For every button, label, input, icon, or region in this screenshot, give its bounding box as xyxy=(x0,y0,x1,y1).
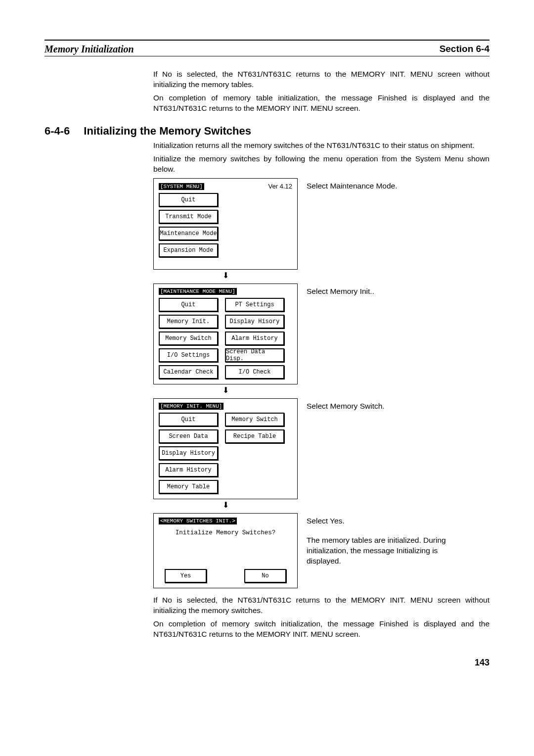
no-button[interactable]: No xyxy=(244,569,286,583)
panel3-cols: Quit Screen Data Display History Alarm H… xyxy=(159,410,292,494)
panel2-right-col: PT Settings Display Hisory Alarm History… xyxy=(225,295,284,379)
panel4-title: <MEMORY SWITCHES INIT.> xyxy=(159,518,237,524)
row-panel1: [SYSTEM MENU] Ver 4.12 Quit Transmit Mod… xyxy=(153,178,398,270)
section-p1: Initialization returns all the memory sw… xyxy=(153,141,490,151)
panel3-right-col: Memory Switch Recipe Table xyxy=(225,410,284,494)
quit-button[interactable]: Quit xyxy=(159,413,218,426)
panel3-title: [MEMORY INIT. MENU] xyxy=(159,403,223,410)
io-settings-button[interactable]: I/O Settings xyxy=(159,348,218,362)
rule-heavy xyxy=(44,40,490,41)
dialog-message: Initialize Memory Switches? xyxy=(159,524,292,569)
panel3-title-row: [MEMORY INIT. MENU] xyxy=(159,403,292,410)
alarm-history-button[interactable]: Alarm History xyxy=(159,463,218,477)
memory-switch-button[interactable]: Memory Switch xyxy=(225,413,284,426)
io-check-button[interactable]: I/O Check xyxy=(225,365,284,379)
quit-button[interactable]: Quit xyxy=(159,193,218,207)
panels: [SYSTEM MENU] Ver 4.12 Quit Transmit Mod… xyxy=(153,174,490,588)
page-number: 143 xyxy=(44,658,490,668)
recipe-table-button[interactable]: Recipe Table xyxy=(225,429,284,443)
running-header: Memory Initialization Section 6-4 xyxy=(44,43,490,56)
memory-switches-init-panel: <MEMORY SWITCHES INIT.> Initialize Memor… xyxy=(153,513,298,588)
panel3-left-col: Quit Screen Data Display History Alarm H… xyxy=(159,410,218,494)
outro-p2: On completion of memory switch initializ… xyxy=(153,619,490,640)
panel2-caption: Select Memory Init.. xyxy=(307,286,374,297)
display-history-button[interactable]: Display History xyxy=(159,446,218,460)
header-left: Memory Initialization xyxy=(44,44,134,55)
pt-settings-button[interactable]: PT Settings xyxy=(225,298,284,312)
intro-p1: If No is selected, the NT631/NT631C retu… xyxy=(153,69,490,90)
panel4-caption1: Select Yes. xyxy=(307,516,465,526)
section-title: Initializing the Memory Switches xyxy=(84,125,251,138)
quit-button[interactable]: Quit xyxy=(159,298,218,312)
display-history-button[interactable]: Display Hisory xyxy=(225,315,284,329)
dialog-actions: Yes No xyxy=(159,569,292,583)
header-right: Section 6-4 xyxy=(440,44,490,55)
panel1-title: [SYSTEM MENU] xyxy=(159,183,204,190)
panel2-title-row: [MAINTENANCE MODE MENU] xyxy=(159,288,292,295)
rule-thin xyxy=(44,56,490,56)
row-panel2: [MAINTENANCE MODE MENU] Quit Memory Init… xyxy=(153,284,374,384)
section-heading: 6-4-6 Initializing the Memory Switches xyxy=(44,125,490,138)
maintenance-menu-panel: [MAINTENANCE MODE MENU] Quit Memory Init… xyxy=(153,284,298,384)
memory-switch-button[interactable]: Memory Switch xyxy=(159,331,218,345)
spacer xyxy=(159,257,292,264)
calendar-check-button[interactable]: Calendar Check xyxy=(159,365,218,379)
panel4-side: Select Yes. The memory tables are initia… xyxy=(307,516,465,567)
section-num: 6-4-6 xyxy=(44,125,70,138)
panel4-title-row: <MEMORY SWITCHES INIT.> xyxy=(159,518,292,524)
row-panel3: [MEMORY INIT. MENU] Quit Screen Data Dis… xyxy=(153,398,385,499)
memory-init-menu-panel: [MEMORY INIT. MENU] Quit Screen Data Dis… xyxy=(153,398,298,499)
down-arrow-icon: ⬇ xyxy=(153,501,298,509)
expansion-mode-button[interactable]: Expansion Mode xyxy=(159,243,218,257)
page: Memory Initialization Section 6-4 If No … xyxy=(0,0,534,698)
intro-p2: On completion of memory table initializa… xyxy=(153,93,490,114)
system-menu-panel: [SYSTEM MENU] Ver 4.12 Quit Transmit Mod… xyxy=(153,178,298,270)
panel3-caption: Select Memory Switch. xyxy=(307,401,385,412)
down-arrow-icon: ⬇ xyxy=(153,272,298,280)
down-arrow-icon: ⬇ xyxy=(153,386,298,394)
screen-data-disp-button[interactable]: Screen Data Disp. xyxy=(225,348,284,362)
section-p2: Initialize the memory switches by follow… xyxy=(153,154,490,175)
panel2-left-col: Quit Memory Init. Memory Switch I/O Sett… xyxy=(159,295,218,379)
memory-init-button[interactable]: Memory Init. xyxy=(159,315,218,329)
row-panel4: <MEMORY SWITCHES INIT.> Initialize Memor… xyxy=(153,513,465,588)
transmit-mode-button[interactable]: Transmit Mode xyxy=(159,210,218,224)
panel1-version: Ver 4.12 xyxy=(268,183,292,190)
panel2-title: [MAINTENANCE MODE MENU] xyxy=(159,288,237,295)
outro-p1: If No is selected, the NT631/NT631C retu… xyxy=(153,595,490,616)
panel1-caption: Select Maintenance Mode. xyxy=(307,181,398,191)
panel4-caption2: The memory tables are initialized. Durin… xyxy=(307,535,465,567)
panel2-cols: Quit Memory Init. Memory Switch I/O Sett… xyxy=(159,295,292,379)
maintenance-mode-button[interactable]: Maintenance Mode xyxy=(159,227,218,240)
panel1-title-row: [SYSTEM MENU] Ver 4.12 xyxy=(159,183,292,190)
memory-table-button[interactable]: Memory Table xyxy=(159,480,218,494)
yes-button[interactable]: Yes xyxy=(165,569,207,583)
alarm-history-button[interactable]: Alarm History xyxy=(225,331,284,345)
screen-data-button[interactable]: Screen Data xyxy=(159,429,218,443)
